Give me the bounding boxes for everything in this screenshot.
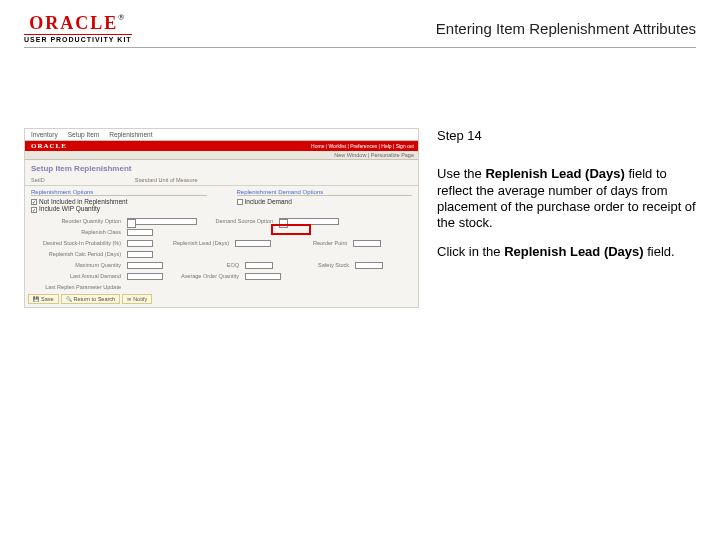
menubar-item: Inventory [31, 131, 58, 138]
field-label: Replenish Lead (Days) [159, 240, 229, 246]
reorder-qty-option-select[interactable] [127, 218, 197, 225]
chk-row: Include Demand [237, 198, 413, 205]
page-title: Entering Item Replenishment Attributes [436, 20, 696, 37]
field-label: Reorder Quantity Option [31, 218, 121, 224]
replenish-lead-days-input[interactable] [235, 240, 271, 247]
field-label: Average Order Quantity [169, 273, 239, 279]
app-brandbar-links: Home | Worklist | Preferences | Help | S… [311, 143, 414, 149]
field-label: Last Annual Demand [31, 273, 121, 279]
replenish-calc-period-input[interactable] [127, 251, 153, 258]
app-subheads: SetID Standard Unit of Measure [25, 175, 418, 186]
field-label: EOQ [169, 262, 239, 268]
reorder-point-input[interactable] [353, 240, 381, 247]
app-menubar: Inventory Setup Item Replenishment [25, 129, 418, 141]
app-page-title: Setup Item Replenishment [25, 160, 418, 175]
field-label: Safety Stock [279, 262, 349, 268]
oracle-logo-text: ORACLE [29, 13, 118, 33]
maximum-quantity-input[interactable] [127, 262, 163, 269]
section-title-right: Replenishment Demand Options [237, 189, 413, 196]
subhead-item: Standard Unit of Measure [135, 177, 198, 183]
notify-icon: ✉ [127, 296, 131, 302]
avg-order-qty-input[interactable] [245, 273, 281, 280]
notify-button[interactable]: ✉Notify [122, 294, 152, 304]
field-label: Demand Source Option [203, 218, 273, 224]
field-label: Replenish Class [31, 229, 121, 235]
eoq-input[interactable] [245, 262, 273, 269]
search-icon: 🔍 [66, 296, 72, 302]
save-button[interactable]: 💾Save [28, 294, 59, 304]
menubar-item: Replenishment [109, 131, 152, 138]
oracle-upk-logo: ORACLE® USER PRODUCTIVITY KIT [24, 14, 132, 43]
step-number: Step 14 [437, 128, 696, 144]
app-subbar: New Window | Personalize Page [25, 151, 418, 160]
field-label: Maximum Quantity [31, 262, 121, 268]
app-screenshot: Inventory Setup Item Replenishment ORACL… [24, 128, 419, 308]
chk-row: Include WIP Quantity [31, 205, 207, 212]
field-label: Desired Stock-In Probability (%) [31, 240, 121, 246]
return-button[interactable]: 🔍Return to Search [61, 294, 121, 304]
field-label: Reorder Point [277, 240, 347, 246]
checkbox-icon [31, 207, 37, 213]
subhead-item: SetID [31, 177, 45, 183]
save-icon: 💾 [33, 296, 39, 302]
field-label: Last Replen Parameter Update [31, 284, 121, 290]
stock-in-prob-input[interactable] [127, 240, 153, 247]
app-brandbar: ORACLE Home | Worklist | Preferences | H… [25, 141, 418, 151]
field-label: Replenish Calc Period (Days) [31, 251, 121, 257]
safety-stock-input[interactable] [355, 262, 383, 269]
section-title-left: Replenishment Options [31, 189, 207, 196]
app-brandbar-logo: ORACLE [31, 142, 67, 150]
highlight-box [271, 224, 311, 235]
menubar-item: Setup Item [68, 131, 99, 138]
trademark-icon: ® [118, 13, 126, 22]
upk-subbrand: USER PRODUCTIVITY KIT [24, 34, 132, 43]
replenish-class-input[interactable] [127, 229, 153, 236]
checkbox-icon [237, 199, 243, 205]
last-annual-demand-input[interactable] [127, 273, 163, 280]
chk-row: Not Included in Replenishment [31, 198, 207, 205]
instruction-text-1: Use the Replenish Lead (Days) field to r… [437, 166, 696, 231]
instruction-text-2: Click in the Replenish Lead (Days) field… [437, 244, 696, 260]
